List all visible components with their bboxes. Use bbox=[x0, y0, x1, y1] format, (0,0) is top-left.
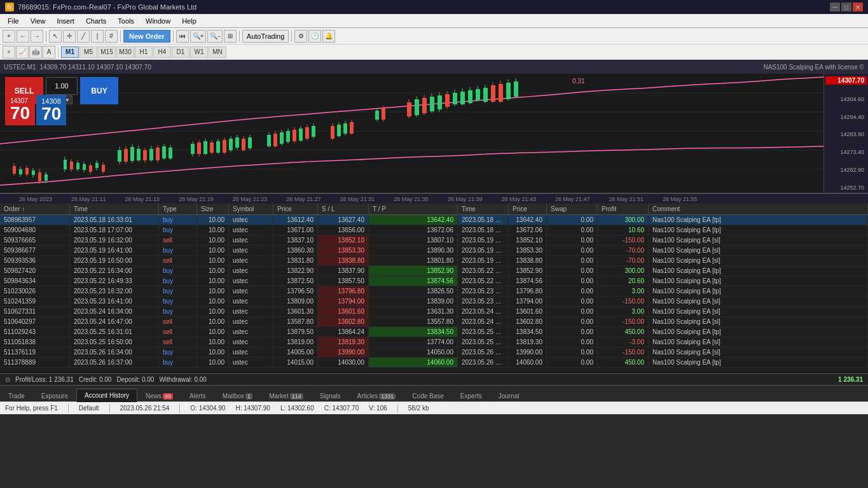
price-label-5: 14262.90 bbox=[825, 167, 867, 173]
autotrading-button[interactable]: AutoTrading bbox=[242, 30, 289, 43]
tf-input-btn[interactable]: + bbox=[3, 46, 15, 59]
table-row[interactable]: 511378889 2023.05.26 16:37:00 buy 10.00 … bbox=[0, 358, 868, 368]
tab-alerts[interactable]: Alerts bbox=[181, 389, 214, 402]
tf-w1[interactable]: W1 bbox=[190, 46, 208, 58]
table-row[interactable]: 511029243 2023.05.25 16:31:01 sell 10.00… bbox=[0, 327, 868, 337]
col-tp[interactable]: T / P bbox=[369, 204, 458, 214]
col-price2[interactable]: Price bbox=[509, 204, 547, 214]
menu-insert[interactable]: Insert bbox=[52, 16, 79, 26]
tab-trade[interactable]: Trade bbox=[0, 389, 33, 402]
tf-mn[interactable]: MN bbox=[209, 46, 226, 58]
table-row[interactable]: 508963957 2023.05.18 16:33:01 buy 10.00 … bbox=[0, 215, 868, 225]
tab-journal[interactable]: Journal bbox=[490, 389, 528, 402]
fwd-button[interactable]: → bbox=[31, 30, 43, 43]
close-button[interactable]: ✕ bbox=[853, 3, 863, 11]
col-time[interactable]: Time bbox=[70, 204, 159, 214]
tab-articles[interactable]: Articles1331 bbox=[349, 389, 404, 402]
tf-m15[interactable]: M15 bbox=[98, 46, 116, 58]
objects-btn[interactable]: A bbox=[43, 46, 55, 59]
chart-symbol: USTEC.M1 bbox=[4, 64, 36, 71]
new-order-button[interactable]: New Order bbox=[123, 30, 170, 43]
tf-m5[interactable]: M5 bbox=[79, 46, 97, 58]
tf-m30[interactable]: M30 bbox=[116, 46, 134, 58]
tab-account-history[interactable]: Account History bbox=[76, 389, 137, 402]
buy-button[interactable]: BUY bbox=[80, 77, 118, 104]
table-row[interactable]: 509827420 2023.05.22 16:34:00 buy 10.00 … bbox=[0, 266, 868, 276]
chart-area[interactable]: USTEC.M1 14309.70 14311.10 14307.10 1430… bbox=[0, 60, 868, 193]
new-chart-button[interactable]: + bbox=[3, 30, 15, 43]
col-order[interactable]: Order ↑ bbox=[0, 204, 70, 214]
tf-d1[interactable]: D1 bbox=[172, 46, 189, 58]
tab-signals[interactable]: Signals bbox=[312, 389, 349, 402]
tf-m1[interactable]: M1 bbox=[61, 46, 79, 58]
cell-swap: 0.00 bbox=[547, 276, 598, 286]
col-size[interactable]: Size bbox=[197, 204, 229, 214]
table-row[interactable]: 510241359 2023.05.23 16:41:00 buy 10.00 … bbox=[0, 296, 868, 307]
cell-tp: 13807.10 bbox=[369, 235, 458, 245]
cursor-button[interactable]: ↖ bbox=[49, 30, 62, 43]
col-time2[interactable]: Time bbox=[458, 204, 509, 214]
tab-mailbox[interactable]: Mailbox1 bbox=[214, 389, 261, 402]
tf-h1[interactable]: H1 bbox=[135, 46, 153, 58]
col-swap[interactable]: Swap bbox=[547, 204, 598, 214]
time-button[interactable]: 🕐 bbox=[308, 30, 321, 43]
alert-button[interactable]: 🔔 bbox=[322, 30, 335, 43]
indicator-btn[interactable]: 📈 bbox=[16, 46, 29, 59]
line-button[interactable]: ╱ bbox=[77, 30, 90, 43]
cell-price-open: 13879.50 bbox=[273, 327, 318, 337]
table-footer: ⊙ Profit/Loss: 1 236.31 Credit: 0.00 Dep… bbox=[0, 373, 868, 385]
separator bbox=[179, 404, 180, 413]
maximize-button[interactable]: □ bbox=[841, 3, 851, 11]
cell-comment: Nas100 Scalping EA [tp] bbox=[649, 358, 868, 367]
cell-swap: 0.00 bbox=[547, 358, 598, 367]
tab-experts[interactable]: Experts bbox=[452, 389, 490, 402]
col-type[interactable]: Type bbox=[159, 204, 197, 214]
table-row[interactable]: 509393536 2023.05.19 16:50:00 sell 10.00… bbox=[0, 256, 868, 266]
col-price[interactable]: Price bbox=[273, 204, 318, 214]
menu-charts[interactable]: Charts bbox=[81, 16, 111, 26]
table-row[interactable]: 509376665 2023.05.19 16:32:00 sell 10.00… bbox=[0, 235, 868, 246]
table-row[interactable]: 509004680 2023.05.18 17:07:00 buy 10.00 … bbox=[0, 225, 868, 235]
cell-type: buy bbox=[159, 215, 197, 225]
back-button[interactable]: ← bbox=[17, 30, 29, 43]
col-comment[interactable]: Comment bbox=[649, 204, 868, 214]
cell-symbol: ustec bbox=[229, 358, 273, 367]
ea-btn[interactable]: 🤖 bbox=[29, 46, 42, 59]
table-row[interactable]: 510230026 2023.05.23 16:32:00 buy 10.00 … bbox=[0, 286, 868, 296]
period-sep-button[interactable]: | bbox=[91, 30, 104, 43]
lot-size-input[interactable]: 1.00 bbox=[46, 77, 78, 95]
col-symbol[interactable]: Symbol bbox=[229, 204, 273, 214]
table-row[interactable]: 510627331 2023.05.24 16:34:00 buy 10.00 … bbox=[0, 307, 868, 317]
col-sl[interactable]: S / L bbox=[318, 204, 369, 214]
cell-sl: 13857.50 bbox=[318, 276, 369, 286]
tf-h4[interactable]: H4 bbox=[153, 46, 171, 58]
table-row[interactable]: 509386677 2023.05.19 16:41:00 buy 10.00 … bbox=[0, 246, 868, 256]
menu-view[interactable]: View bbox=[25, 16, 51, 26]
menu-file[interactable]: File bbox=[3, 16, 24, 26]
tab-news[interactable]: News99 bbox=[137, 389, 181, 402]
table-row[interactable]: 511376119 2023.05.26 16:34:00 buy 10.00 … bbox=[0, 347, 868, 358]
credit-label: Credit: 0.00 bbox=[79, 376, 112, 383]
table-row[interactable]: 510640297 2023.05.24 16:47:00 sell 10.00… bbox=[0, 317, 868, 327]
menu-tools[interactable]: Tools bbox=[113, 16, 139, 26]
tab-market[interactable]: Market114 bbox=[261, 389, 312, 402]
minimize-button[interactable]: ─ bbox=[830, 3, 840, 11]
table-row[interactable]: 511051838 2023.05.25 16:50:00 sell 10.00… bbox=[0, 337, 868, 347]
back-hist-button[interactable]: ⏮ bbox=[176, 30, 189, 43]
cell-sl: 13837.90 bbox=[318, 266, 369, 275]
col-profit[interactable]: Profit bbox=[598, 204, 649, 214]
zoom-in-button[interactable]: 🔍+ bbox=[190, 30, 207, 43]
cell-symbol: ustec bbox=[229, 215, 273, 225]
zoom-out-button[interactable]: 🔍- bbox=[207, 30, 222, 43]
table-row[interactable]: 509843634 2023.05.22 16:49:33 buy 10.00 … bbox=[0, 276, 868, 286]
properties-button[interactable]: ⊞ bbox=[224, 30, 237, 43]
tab-exposure[interactable]: Exposure bbox=[33, 389, 76, 402]
crosshair-button[interactable]: ✛ bbox=[63, 30, 76, 43]
table-body[interactable]: 508963957 2023.05.18 16:33:01 buy 10.00 … bbox=[0, 215, 868, 373]
options-button[interactable]: ⚙ bbox=[294, 30, 307, 43]
menu-window[interactable]: Window bbox=[141, 16, 176, 26]
menu-help[interactable]: Help bbox=[177, 16, 202, 26]
grid-button[interactable]: # bbox=[105, 30, 118, 43]
cell-price-close: 13601.60 bbox=[509, 307, 547, 316]
tab-codebase[interactable]: Code Base bbox=[404, 389, 451, 402]
